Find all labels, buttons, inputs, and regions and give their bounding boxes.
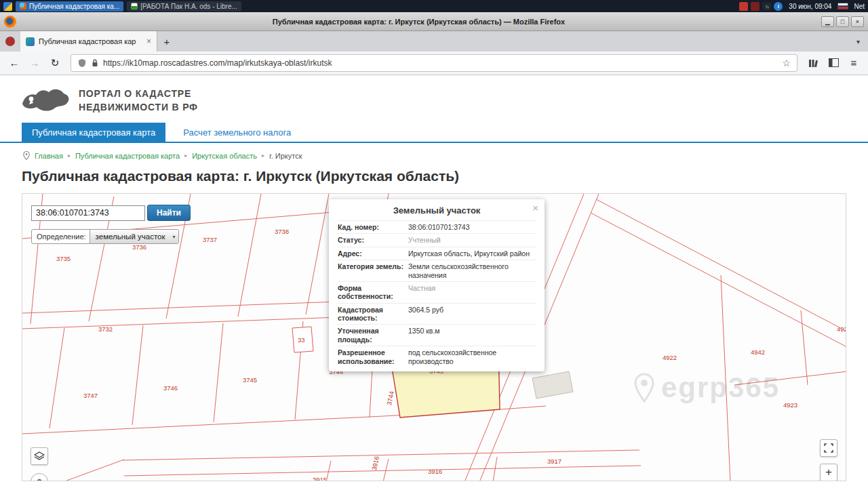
definition-select-value: земельный участок bbox=[96, 232, 165, 241]
keyboard-layout-flag-icon[interactable] bbox=[837, 3, 848, 9]
list-all-tabs-icon[interactable]: ▾ bbox=[848, 38, 868, 45]
new-tab-button[interactable]: + bbox=[157, 36, 176, 47]
site-favicon-icon bbox=[26, 37, 35, 46]
portal-logo-icon bbox=[20, 86, 71, 115]
definition-select[interactable]: земельный участок ▾ bbox=[90, 230, 179, 243]
breadcrumb: Главная▸Публичная кадастровая карта▸Ирку… bbox=[0, 143, 868, 160]
chevron-down-icon: ▾ bbox=[172, 234, 175, 240]
tray-icon[interactable] bbox=[739, 2, 748, 11]
task-label: [РАБОТА Пак Н.А. ods - Libre... bbox=[140, 3, 237, 10]
zoom-in-button[interactable]: + bbox=[820, 464, 837, 481]
taskbar-window-cadastral-map[interactable]: Публичная кадастровая ка... bbox=[16, 1, 123, 12]
library-icon[interactable] bbox=[804, 54, 822, 72]
firefox-task-icon bbox=[20, 3, 26, 9]
desktop-taskbar: Публичная кадастровая ка... [РАБОТА Пак … bbox=[0, 0, 868, 12]
breadcrumb-item[interactable]: Иркутская область bbox=[192, 152, 257, 160]
popup-row-value: 1350 кв.м bbox=[406, 327, 440, 344]
popup-row-label: Разрешенное использование: bbox=[338, 348, 406, 365]
popup-row-value: Учтенный bbox=[406, 236, 441, 244]
tray-icon[interactable] bbox=[751, 2, 760, 11]
back-button[interactable]: ← bbox=[5, 54, 23, 72]
popup-title: Земельный участок bbox=[338, 205, 536, 220]
tab-cadastral-map[interactable]: Публичная кадастровая кар × bbox=[20, 31, 157, 52]
popup-row: Разрешенное использование:под сельскохоз… bbox=[338, 346, 536, 367]
breadcrumb-item[interactable]: Главная bbox=[35, 152, 63, 160]
browser-toolbar: ← → ↻ https://ik10map.roscadastres.com/m… bbox=[0, 52, 868, 75]
popup-row: Уточненная площадь:1350 кв.м bbox=[338, 324, 536, 346]
firefox-logo-icon bbox=[4, 16, 16, 28]
nav-land-tax-calc[interactable]: Расчет земельного налога bbox=[183, 123, 291, 142]
app-menu-badge-icon[interactable] bbox=[5, 37, 15, 46]
popup-row-value: 3064.5 руб bbox=[406, 306, 443, 323]
tab-close-icon[interactable]: × bbox=[146, 37, 151, 46]
portal-logo-text: ПОРТАЛ О КАДАСТРЕ НЕДВИЖИМОСТИ В РФ bbox=[79, 87, 198, 115]
popup-row-value: Земли сельскохозяйственного назначения bbox=[406, 262, 536, 279]
tray-updown-icon[interactable]: ↑↓ bbox=[762, 2, 771, 11]
tab-title: Публичная кадастровая кар bbox=[39, 37, 142, 45]
url-text[interactable]: https://ik10map.roscadastres.com/map/irk… bbox=[103, 58, 778, 68]
popup-row-label: Кадастровая стоимость: bbox=[338, 306, 406, 323]
page-title: Публичная кадастровая карта: г. Иркутск … bbox=[22, 168, 868, 184]
taskbar-window-libreoffice[interactable]: [РАБОТА Пак Н.А. ods - Libre... bbox=[127, 1, 241, 12]
page-content: ПОРТАЛ О КАДАСТРЕ НЕДВИЖИМОСТИ В РФ Публ… bbox=[0, 75, 868, 487]
fullscreen-button[interactable] bbox=[820, 439, 837, 457]
popup-close-icon[interactable]: × bbox=[532, 203, 538, 213]
tray-info-icon[interactable]: i bbox=[774, 2, 783, 11]
popup-row: Кад. номер:38:06:010701:3743 bbox=[338, 220, 536, 233]
popup-row: Адрес:Иркутская область, Иркутский район bbox=[338, 247, 536, 260]
shield-icon[interactable] bbox=[77, 58, 87, 68]
minimize-button[interactable]: ▁ bbox=[821, 16, 834, 27]
site-nav: Публичная кадастровая карта Расчет земел… bbox=[0, 123, 868, 143]
popup-row: Категория земель:Земли сельскохозяйствен… bbox=[338, 260, 536, 281]
definition-filter: Определение: земельный участок ▾ bbox=[31, 229, 179, 244]
layers-button[interactable] bbox=[31, 447, 48, 465]
popup-row-label: Категория земель: bbox=[338, 262, 406, 279]
search-button[interactable]: Найти bbox=[147, 205, 191, 221]
nav-public-cadastral-map[interactable]: Публичная кадастровая карта bbox=[22, 123, 165, 142]
breadcrumb-separator-icon: ▸ bbox=[184, 152, 187, 159]
reload-button[interactable]: ↻ bbox=[46, 54, 64, 72]
breadcrumb-item: г. Иркутск bbox=[269, 152, 302, 160]
forward-button[interactable]: → bbox=[26, 54, 43, 72]
window-title: Публичная кадастровая карта: г. Иркутск … bbox=[16, 18, 821, 26]
sidebar-icon[interactable] bbox=[825, 54, 842, 72]
popup-row-label: Адрес: bbox=[338, 249, 406, 258]
map-search: Найти bbox=[31, 205, 191, 221]
lock-icon[interactable] bbox=[91, 58, 99, 68]
popup-rows: Кад. номер:38:06:010701:3743Статус:Учтен… bbox=[338, 220, 536, 367]
network-indicator[interactable]: Net bbox=[854, 3, 865, 10]
close-button[interactable]: × bbox=[851, 16, 864, 27]
maximize-button[interactable]: □ bbox=[836, 16, 849, 27]
popup-row-label: Форма собственности: bbox=[338, 284, 406, 301]
task-label: Публичная кадастровая ка... bbox=[29, 3, 119, 10]
window-titlebar[interactable]: Публичная кадастровая карта: г. Иркутск … bbox=[0, 12, 868, 31]
parcel-info-popup: × Земельный участок Кад. номер:38:06:010… bbox=[329, 199, 545, 371]
popup-row: Форма собственности:Частная bbox=[338, 281, 536, 303]
breadcrumb-items: Главная▸Публичная кадастровая карта▸Ирку… bbox=[35, 152, 302, 160]
popup-row-label: Кад. номер: bbox=[338, 223, 406, 231]
system-tray: ↑↓ i bbox=[739, 2, 783, 11]
popup-row-value: под сельскохозяйственное производство bbox=[406, 348, 536, 365]
cadastral-map[interactable]: egrp365 37353736373737383732374737463745… bbox=[22, 193, 846, 481]
url-bar[interactable]: https://ik10map.roscadastres.com/map/irk… bbox=[71, 54, 797, 72]
layers-icon bbox=[34, 451, 45, 461]
definition-label: Определение: bbox=[32, 232, 90, 241]
fullscreen-icon bbox=[824, 443, 833, 453]
breadcrumb-item[interactable]: Публичная кадастровая карта bbox=[75, 152, 180, 160]
popup-row-label: Уточненная площадь: bbox=[338, 327, 406, 344]
popup-row-value: Иркутская область, Иркутский район bbox=[406, 249, 530, 258]
small-parcel-33[interactable] bbox=[292, 327, 313, 352]
tab-strip: Публичная кадастровая кар × + ▾ bbox=[0, 31, 868, 52]
breadcrumb-separator-icon: ▸ bbox=[68, 152, 71, 159]
clock[interactable]: 30 июн, 09:04 bbox=[789, 3, 831, 10]
cadastral-number-input[interactable] bbox=[31, 205, 145, 221]
breadcrumb-separator-icon: ▸ bbox=[262, 152, 264, 159]
location-pin-icon bbox=[23, 151, 30, 160]
menu-button[interactable]: ≡ bbox=[845, 54, 863, 72]
building-footprint bbox=[532, 371, 573, 399]
popup-row: Статус:Учтенный bbox=[338, 233, 536, 246]
bookmark-star-icon[interactable]: ☆ bbox=[782, 58, 791, 68]
libreoffice-task-icon bbox=[131, 3, 138, 9]
site-header: ПОРТАЛ О КАДАСТРЕ НЕДВИЖИМОСТИ В РФ bbox=[0, 75, 868, 115]
launcher-icon[interactable] bbox=[3, 2, 12, 11]
